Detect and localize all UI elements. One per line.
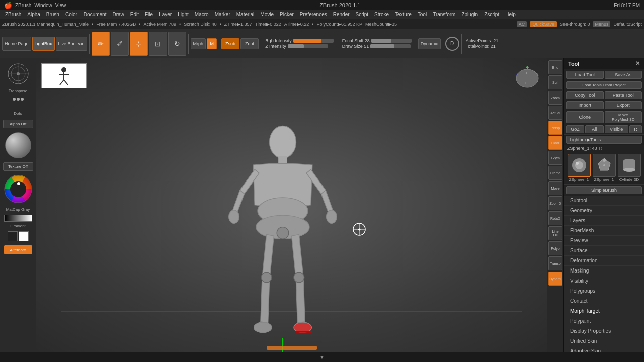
app-menu[interactable]: ZBrush: [15, 3, 31, 8]
fg-color[interactable]: [8, 231, 18, 241]
zsub-btn[interactable]: Zsub: [221, 38, 239, 49]
menu-zplugin[interactable]: Zplugin: [458, 10, 481, 19]
menu-tool[interactable]: Tool: [415, 10, 430, 19]
floor-btn[interactable]: Floor: [548, 136, 562, 150]
draw-btn[interactable]: ✏: [92, 32, 110, 56]
polygroups-item[interactable]: Polygroups: [564, 286, 644, 296]
load-tool-btn[interactable]: Load Tool: [566, 71, 604, 79]
apple-icon[interactable]: 🍎: [4, 2, 12, 9]
zoomd-btn[interactable]: ZoomD: [548, 196, 562, 210]
viewport[interactable]: T B +: [36, 58, 547, 352]
lightbox-tab[interactable]: LightBox: [32, 37, 55, 51]
actual-btn[interactable]: Actual: [548, 106, 562, 120]
import-btn[interactable]: Import: [566, 101, 604, 109]
move-btn2[interactable]: Move: [548, 181, 562, 195]
menu-light[interactable]: Light: [175, 10, 192, 19]
rotad-btn[interactable]: RotaD: [548, 211, 562, 225]
menu-brush[interactable]: Brush: [43, 10, 62, 19]
adaptive-skin-item[interactable]: Adaptive Skin: [564, 346, 644, 352]
menu-movie[interactable]: Movie: [257, 10, 277, 19]
export-btn[interactable]: Export: [605, 101, 642, 109]
menu-file[interactable]: File: [142, 10, 156, 19]
menu-draw[interactable]: Draw: [109, 10, 127, 19]
subtool-item[interactable]: Subtool: [564, 196, 644, 206]
scale-btn[interactable]: ⊡: [149, 32, 167, 56]
copy-tool-btn[interactable]: Copy Tool: [566, 91, 604, 99]
bnd-btn[interactable]: Bnd: [548, 60, 562, 74]
goz-btn[interactable]: GoZ: [566, 125, 584, 133]
menu-macro[interactable]: Macro: [192, 10, 212, 19]
orientation-gizmo[interactable]: T B: [512, 63, 542, 94]
persp-btn[interactable]: Persp: [548, 121, 562, 135]
geometry-item[interactable]: Geometry: [564, 206, 644, 216]
menu-edit[interactable]: Edit: [127, 10, 142, 19]
menu-texture[interactable]: Texture: [392, 10, 415, 19]
quick-save-btn[interactable]: QuickSave: [530, 21, 557, 27]
rgb-slider[interactable]: [293, 39, 334, 43]
load-from-project-btn[interactable]: Load Tools From Project: [566, 81, 642, 89]
dynamic-btn[interactable]: Dynamic: [418, 38, 441, 49]
bg-color[interactable]: [19, 231, 29, 241]
gradient-swatch[interactable]: [4, 215, 32, 222]
make-polymesh-btn[interactable]: Make PolyMesh3D: [605, 111, 642, 123]
live-boolean-tab[interactable]: Live Boolean: [56, 37, 87, 51]
color-wheel[interactable]: [4, 175, 32, 203]
preview-item[interactable]: Preview: [564, 236, 644, 246]
contact-item[interactable]: Contact: [564, 296, 644, 306]
lzym-btn[interactable]: LZym: [548, 151, 562, 165]
menu-color[interactable]: Color: [62, 10, 80, 19]
scrl-btn[interactable]: Scrl: [548, 75, 562, 89]
draw-size-slider[interactable]: [370, 44, 411, 48]
morph-target-item[interactable]: Morph Target: [564, 306, 644, 316]
masking-item[interactable]: Masking: [564, 266, 644, 276]
deformation-item[interactable]: Deformation: [564, 256, 644, 266]
texture-btn[interactable]: Texture Off: [3, 162, 33, 171]
visible-btn[interactable]: Visible: [605, 125, 628, 133]
bottom-arrow[interactable]: ▼: [319, 354, 325, 360]
morph-btn[interactable]: Mrph: [191, 38, 206, 49]
menu-zscript[interactable]: Zscript: [481, 10, 502, 19]
menu-marker[interactable]: Marker: [212, 10, 233, 19]
menu-stroke[interactable]: Stroke: [371, 10, 392, 19]
save-as-btn[interactable]: Save As: [605, 71, 642, 79]
menu-help[interactable]: Help: [502, 10, 519, 19]
polyp-btn[interactable]: Polyp: [548, 241, 562, 255]
transp-btn[interactable]: Transp: [548, 256, 562, 270]
lightbox-tools-btn[interactable]: Lightbox▶Tools: [566, 136, 642, 144]
r-btn[interactable]: R: [629, 125, 642, 133]
zsphere1-thumb[interactable]: ZSphere_1: [568, 154, 591, 182]
matcap-preview[interactable]: [5, 132, 31, 158]
simple-brush-btn[interactable]: SimpleBrush: [566, 186, 642, 194]
menu-material[interactable]: Material: [233, 10, 258, 19]
view-menu[interactable]: View: [55, 3, 66, 8]
switch-color-btn[interactable]: Alternate: [4, 245, 32, 254]
preview-thumbnail[interactable]: [41, 63, 87, 88]
surface-item[interactable]: Surface: [564, 246, 644, 256]
home-page-tab[interactable]: Home Page: [2, 37, 31, 51]
focal-shift-slider[interactable]: [371, 39, 412, 43]
menu-alpha[interactable]: Alpha: [24, 10, 43, 19]
clone-btn[interactable]: Clone: [566, 111, 604, 123]
close-icon[interactable]: ✕: [635, 60, 640, 67]
menu-transform[interactable]: Transform: [430, 10, 458, 19]
display-properties-item[interactable]: Display Properties: [564, 326, 644, 336]
default-zscript[interactable]: Default2Script: [613, 22, 642, 27]
menus-btn[interactable]: Menus: [593, 21, 610, 27]
zoom-btn[interactable]: Zoom: [548, 90, 562, 105]
menu-layer[interactable]: Layer: [156, 10, 175, 19]
unified-skin-item[interactable]: Unified Skin: [564, 336, 644, 346]
menu-picker[interactable]: Picker: [277, 10, 297, 19]
menu-script[interactable]: Script: [353, 10, 372, 19]
menu-render[interactable]: Render: [330, 10, 353, 19]
menu-document[interactable]: Document: [80, 10, 110, 19]
zsphere1b-thumb[interactable]: ZSphere_1: [593, 154, 616, 182]
all-btn[interactable]: All: [585, 125, 603, 133]
rotate-btn[interactable]: ↻: [168, 32, 186, 56]
dynami-btn[interactable]: Dynami: [548, 272, 562, 286]
window-menu[interactable]: Window: [34, 3, 52, 8]
cylinder3d-thumb[interactable]: Cylinder3D: [618, 154, 641, 182]
draw2-btn[interactable]: ✐: [111, 32, 129, 56]
visibility-item[interactable]: Visibility: [564, 276, 644, 286]
layers-item[interactable]: Layers: [564, 216, 644, 226]
menu-preferences[interactable]: Preferences: [297, 10, 330, 19]
